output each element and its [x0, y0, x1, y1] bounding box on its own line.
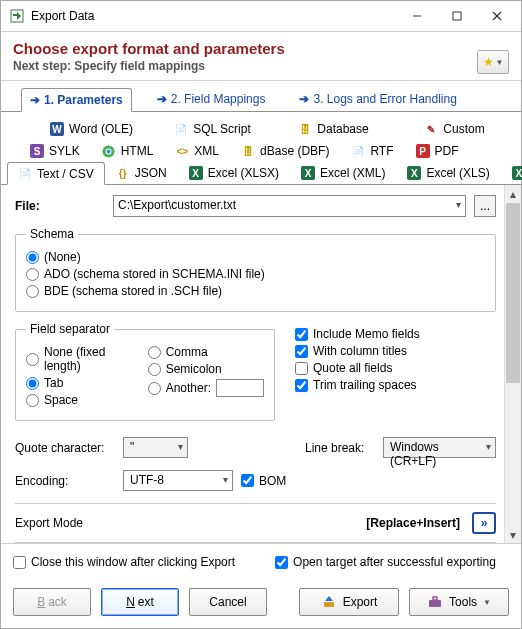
favorites-dropdown[interactable]: ★ ▼ — [477, 50, 509, 74]
close-button[interactable] — [477, 2, 517, 30]
format-csv[interactable]: 📄Text / CSV — [7, 162, 105, 185]
tab-parameters[interactable]: ➔ 1. Parameters — [21, 88, 132, 112]
format-custom[interactable]: ✎Custom — [394, 118, 515, 140]
check-cols[interactable] — [295, 345, 308, 358]
format-xlsx[interactable]: XExcel (XLSX) — [178, 162, 290, 184]
step-tabs: ➔ 1. Parameters ➔ 2. Field Mappings ➔ 3.… — [1, 81, 521, 112]
format-tabs: WWord (OLE) 📄SQL Script 🗄Database ✎Custo… — [1, 112, 521, 185]
csv-icon: 📄 — [18, 167, 32, 181]
sep-another-radio[interactable] — [148, 382, 161, 395]
check-quote[interactable] — [295, 362, 308, 375]
export-mode-value: [Replace+Insert] — [366, 516, 460, 530]
page-subtitle: Next step: Specify field mappings — [13, 59, 285, 73]
database-icon: 🗄 — [298, 122, 312, 136]
app-icon — [9, 9, 25, 23]
separator-group: Field separator None (fixed length) Tab … — [15, 322, 275, 421]
svg-point-7 — [107, 149, 111, 153]
quote-char-dropdown[interactable]: " — [123, 437, 188, 458]
format-database[interactable]: 🗄Database — [273, 118, 394, 140]
scroll-up-icon[interactable]: ▴ — [505, 185, 521, 202]
bom-check[interactable] — [241, 474, 254, 487]
sep-space-radio[interactable] — [26, 394, 39, 407]
json-icon: {} — [116, 166, 130, 180]
rtf-icon: 📄 — [351, 144, 365, 158]
export-mode-row: Export Mode [Replace+Insert] » — [15, 503, 496, 542]
format-sylk[interactable]: SSYLK — [19, 140, 91, 162]
tools-button[interactable]: Tools ▼ — [409, 588, 509, 616]
file-path-combo[interactable]: C:\Export\customer.txt — [113, 195, 466, 217]
footer-buttons: Back Next Cancel Export Tools ▼ — [1, 580, 521, 628]
format-excel-ole[interactable]: XExcel (OLE) — [501, 162, 522, 184]
sylk-icon: S — [30, 144, 44, 158]
format-sql[interactable]: 📄SQL Script — [152, 118, 273, 140]
parameters-panel: File: C:\Export\customer.txt ... Schema … — [1, 185, 504, 543]
svg-rect-8 — [324, 602, 334, 607]
schema-group: Schema (None) ADO (schema stored in SCHE… — [15, 227, 496, 312]
separator-legend: Field separator — [26, 322, 114, 336]
schema-legend: Schema — [26, 227, 78, 241]
toolbox-icon — [427, 595, 443, 609]
back-button[interactable]: Back — [13, 588, 91, 616]
svg-rect-2 — [453, 12, 461, 20]
schema-bde-radio[interactable] — [26, 285, 39, 298]
window-title: Export Data — [31, 9, 94, 23]
schema-none-radio[interactable] — [26, 251, 39, 264]
sep-tab-radio[interactable] — [26, 377, 39, 390]
excel-icon: X — [189, 166, 203, 180]
check-trim[interactable] — [295, 379, 308, 392]
maximize-button[interactable] — [437, 2, 477, 30]
excel-icon: X — [407, 166, 421, 180]
sql-icon: 📄 — [174, 122, 188, 136]
file-label: File: — [15, 199, 105, 213]
format-word[interactable]: WWord (OLE) — [31, 118, 152, 140]
sep-another-input[interactable] — [216, 379, 264, 397]
format-json[interactable]: {}JSON — [105, 162, 178, 184]
sep-none-radio[interactable] — [26, 353, 39, 366]
browse-button[interactable]: ... — [474, 195, 496, 217]
format-excel-xml[interactable]: XExcel (XML) — [290, 162, 396, 184]
export-button[interactable]: Export — [299, 588, 399, 616]
dbf-icon: 🗄 — [241, 144, 255, 158]
open-target-check[interactable] — [275, 556, 288, 569]
check-memo[interactable] — [295, 328, 308, 341]
linebreak-label: Line break: — [305, 441, 375, 455]
cancel-button[interactable]: Cancel — [189, 588, 267, 616]
sep-comma-radio[interactable] — [148, 346, 161, 359]
xml-icon: <> — [175, 144, 189, 158]
format-pdf[interactable]: PPDF — [405, 140, 470, 162]
svg-rect-10 — [433, 597, 437, 600]
scroll-down-icon[interactable]: ▾ — [505, 526, 521, 543]
next-button[interactable]: Next — [101, 588, 179, 616]
titlebar: Export Data — [1, 1, 521, 31]
sep-semicolon-radio[interactable] — [148, 363, 161, 376]
export-icon — [321, 595, 337, 609]
format-xls[interactable]: XExcel (XLS) — [396, 162, 500, 184]
close-after-export-check[interactable] — [13, 556, 26, 569]
format-html[interactable]: HTML — [91, 140, 165, 162]
format-rtf[interactable]: 📄RTF — [340, 140, 404, 162]
export-mode-expand[interactable]: » — [472, 512, 496, 534]
encoding-dropdown[interactable]: UTF-8 — [123, 470, 233, 491]
quote-label: Quote character: — [15, 441, 115, 455]
arrow-icon: ➔ — [299, 92, 309, 106]
star-icon: ★ — [483, 55, 494, 69]
format-dbf[interactable]: 🗄dBase (DBF) — [230, 140, 340, 162]
tab-field-mappings[interactable]: ➔ 2. Field Mappings — [148, 87, 275, 111]
page-title: Choose export format and parameters — [13, 40, 285, 57]
export-mode-label: Export Mode — [15, 516, 83, 530]
linebreak-dropdown[interactable]: Windows (CR+LF) — [383, 437, 496, 458]
encoding-label: Encoding: — [15, 474, 115, 488]
pdf-icon: P — [416, 144, 430, 158]
tab-logs[interactable]: ➔ 3. Logs and Error Handling — [290, 87, 465, 111]
export-data-window: Export Data Choose export format and par… — [0, 0, 522, 629]
schema-ado-radio[interactable] — [26, 268, 39, 281]
wizard-header: Choose export format and parameters Next… — [1, 31, 521, 81]
record-range-row: Record range [All] » — [15, 542, 496, 543]
vertical-scrollbar[interactable]: ▴ ▾ — [504, 185, 521, 543]
custom-icon: ✎ — [424, 122, 438, 136]
excel-icon: X — [512, 166, 522, 180]
minimize-button[interactable] — [397, 2, 437, 30]
arrow-icon: ➔ — [30, 93, 40, 107]
format-xml[interactable]: <>XML — [164, 140, 230, 162]
scroll-thumb[interactable] — [506, 203, 520, 383]
